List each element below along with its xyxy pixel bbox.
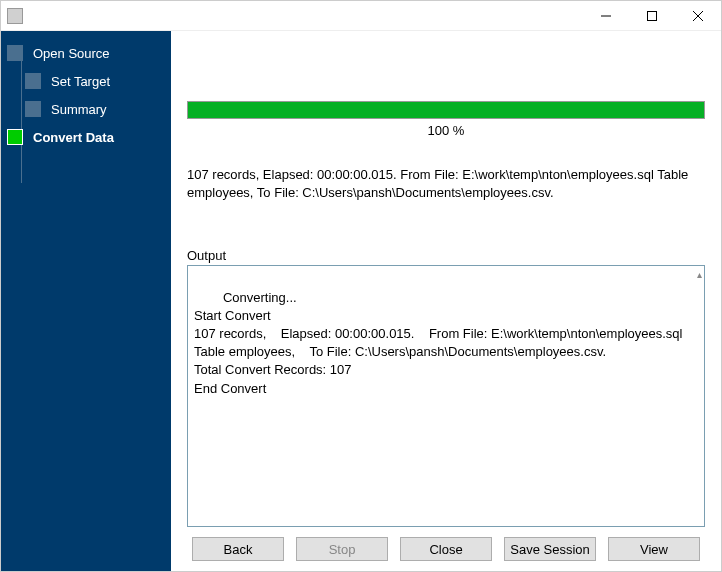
- main-panel: 100 % 107 records, Elapsed: 00:00:00.015…: [171, 31, 721, 571]
- status-text: 107 records, Elapsed: 00:00:00.015. From…: [187, 166, 705, 202]
- sidebar-item-label: Summary: [51, 102, 107, 117]
- sidebar-item-convert-data[interactable]: Convert Data: [7, 129, 165, 145]
- close-button[interactable]: Close: [400, 537, 492, 561]
- output-textarea[interactable]: Converting... Start Convert 107 records,…: [187, 265, 705, 527]
- stop-button: Stop: [296, 537, 388, 561]
- titlebar: [1, 1, 721, 31]
- app-icon: [7, 8, 23, 24]
- sidebar-item-set-target[interactable]: Set Target: [25, 73, 165, 89]
- output-label: Output: [187, 248, 705, 263]
- view-button[interactable]: View: [608, 537, 700, 561]
- sidebar-item-label: Open Source: [33, 46, 110, 61]
- close-window-button[interactable]: [675, 1, 721, 31]
- progress-label: 100 %: [187, 123, 705, 138]
- app-window: Open Source Set Target Summary Convert D…: [0, 0, 722, 572]
- sidebar-item-label: Convert Data: [33, 130, 114, 145]
- close-icon: [693, 11, 703, 21]
- sidebar-item-summary[interactable]: Summary: [25, 101, 165, 117]
- sidebar-item-label: Set Target: [51, 74, 110, 89]
- svg-rect-1: [648, 11, 657, 20]
- back-button[interactable]: Back: [192, 537, 284, 561]
- maximize-button[interactable]: [629, 1, 675, 31]
- step-box-icon: [25, 73, 41, 89]
- sidebar: Open Source Set Target Summary Convert D…: [1, 31, 171, 571]
- button-row: Back Stop Close Save Session View: [187, 537, 705, 561]
- sidebar-item-open-source[interactable]: Open Source: [7, 45, 165, 61]
- progress-bar: [187, 101, 705, 119]
- save-session-button[interactable]: Save Session: [504, 537, 596, 561]
- step-box-icon: [7, 45, 23, 61]
- step-box-icon: [25, 101, 41, 117]
- scroll-up-icon[interactable]: ▴: [697, 268, 702, 282]
- minimize-button[interactable]: [583, 1, 629, 31]
- output-content: Converting... Start Convert 107 records,…: [194, 290, 686, 396]
- step-box-icon: [7, 129, 23, 145]
- progress-fill: [188, 102, 704, 118]
- minimize-icon: [601, 11, 611, 21]
- maximize-icon: [647, 11, 657, 21]
